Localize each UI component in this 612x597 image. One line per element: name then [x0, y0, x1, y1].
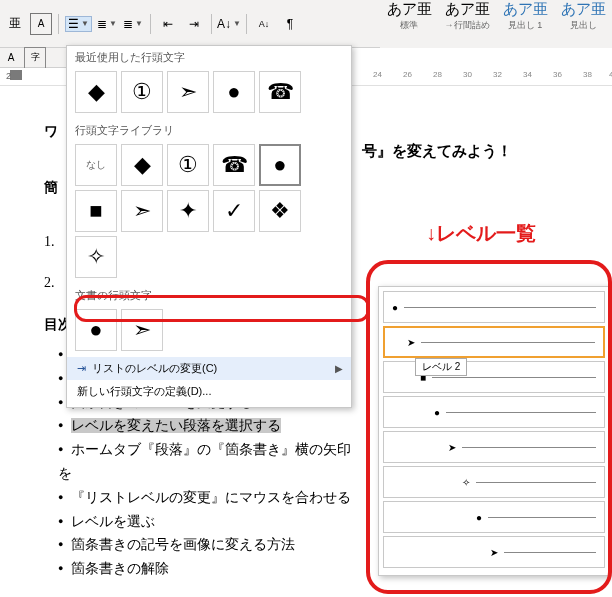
list-item: レベルを選ぶ	[58, 510, 364, 534]
recent-bullets-grid: ◆ ① ➣ ● ☎	[67, 67, 351, 119]
bullet-option[interactable]: ①	[121, 71, 163, 113]
doc-title-right: 号』を変えてみよう！	[362, 142, 512, 161]
numbering-button[interactable]: ≣▼	[96, 13, 118, 35]
menu-label: リストのレベルの変更(C)	[92, 361, 217, 376]
bullet-option[interactable]: ◆	[121, 144, 163, 186]
bullet-option[interactable]: ➣	[167, 71, 209, 113]
bullet-option[interactable]: ✓	[213, 190, 255, 232]
sort-az-button[interactable]: A↓	[253, 13, 275, 35]
multilevel-button[interactable]: ≣▼	[122, 13, 144, 35]
list-item: 箇条書きの解除	[58, 557, 364, 581]
level-marker-icon: ➤	[448, 442, 456, 453]
submenu-arrow-icon: ▶	[335, 363, 343, 374]
increase-indent-button[interactable]: ⇥	[183, 13, 205, 35]
menu-change-list-level[interactable]: ⇥ リストのレベルの変更(C) ▶	[67, 357, 351, 380]
bullet-option-none[interactable]: なし	[75, 144, 117, 186]
annotation-level-list-title: ↓レベル一覧	[426, 220, 536, 247]
level-marker-icon: ●	[392, 302, 398, 313]
level-line	[404, 307, 596, 308]
level-option-6[interactable]: ✧	[383, 466, 605, 498]
menu-label: 新しい行頭文字の定義(D)...	[77, 384, 211, 399]
bullet-option[interactable]: ✦	[167, 190, 209, 232]
style-normal[interactable]: あア亜 標準	[380, 0, 438, 48]
chevron-down-icon: ▼	[81, 19, 89, 28]
styles-gallery: あア亜 標準 あア亜 →行間詰め あア亜 見出し 1 あア亜 見出し	[380, 0, 612, 48]
level-option-7[interactable]: ●	[383, 501, 605, 533]
selected-text[interactable]: レベルを変えたい段落を選択する	[71, 418, 281, 433]
ruler-label-left: 2	[6, 71, 11, 81]
bullet-option[interactable]: ■	[75, 190, 117, 232]
level-marker-icon: ➤	[490, 547, 498, 558]
level-flyout-panel: ●➤レベル 2■●➤✧●➤	[378, 286, 610, 576]
font-color-button[interactable]: A	[0, 47, 22, 69]
bullets-dropdown-button[interactable]: ☰ ▼	[65, 16, 92, 32]
level-marker-icon: ✧	[462, 477, 470, 488]
library-bullets-grid: なし ◆ ① ☎ ● ■ ➣ ✦ ✓ ❖ ✧	[67, 140, 351, 284]
sort-button[interactable]: A↓▼	[218, 13, 240, 35]
level-option-5[interactable]: ➤	[383, 431, 605, 463]
char-border-icon[interactable]: A	[30, 13, 52, 35]
style-nospace[interactable]: あア亜 →行間詰め	[438, 0, 496, 48]
toolbar-row2: A 字	[0, 48, 66, 68]
bullet-option[interactable]: ☎	[213, 144, 255, 186]
bullet-option[interactable]: ✧	[75, 236, 117, 278]
bullet-option[interactable]: ➣	[121, 309, 163, 351]
level-line	[446, 412, 596, 413]
bullet-option[interactable]: ❖	[259, 190, 301, 232]
section-library-label: 行頭文字ライブラリ	[67, 119, 351, 140]
level-option-8[interactable]: ➤	[383, 536, 605, 568]
level-line	[476, 482, 596, 483]
list-item: レベルを変えたい段落を選択する	[58, 414, 364, 438]
bullet-picker-panel: 最近使用した行頭文字 ◆ ① ➣ ● ☎ 行頭文字ライブラリ なし ◆ ① ☎ …	[66, 45, 352, 408]
style-heading1[interactable]: あア亜 見出し 1	[496, 0, 554, 48]
indent-icon: ⇥	[77, 362, 86, 375]
bullet-option[interactable]: ☎	[259, 71, 301, 113]
level-line	[488, 517, 596, 518]
bullet-option[interactable]: ◆	[75, 71, 117, 113]
ruby-icon[interactable]: 亜	[4, 13, 26, 35]
bullet-option-selected[interactable]: ●	[259, 144, 301, 186]
level-option-2[interactable]: ➤レベル 2	[383, 326, 605, 358]
level-line	[504, 552, 596, 553]
section-recent-label: 最近使用した行頭文字	[67, 46, 351, 67]
show-marks-button[interactable]: ¶	[279, 13, 301, 35]
level-line	[421, 342, 595, 343]
bullet-option[interactable]: ●	[75, 309, 117, 351]
level-marker-icon: ➤	[407, 337, 415, 348]
decrease-indent-button[interactable]: ⇤	[157, 13, 179, 35]
level-marker-icon: ●	[476, 512, 482, 523]
level-line	[462, 447, 596, 448]
section-doc-label: 文書の行頭文字	[67, 284, 351, 305]
style-heading2[interactable]: あア亜 見出し	[554, 0, 612, 48]
level-marker-icon: ●	[434, 407, 440, 418]
doc-bullets-grid: ● ➣	[67, 305, 351, 357]
list-item: 箇条書きの記号を画像に変える方法	[58, 533, 364, 557]
level-option-4[interactable]: ●	[383, 396, 605, 428]
bullets-icon: ☰	[68, 17, 79, 31]
enclose-char-button[interactable]: 字	[24, 47, 46, 69]
ruler-indent-marker[interactable]	[10, 70, 22, 80]
list-item: ホームタブ『段落』の『箇条書き』横の矢印を	[58, 438, 364, 486]
menu-define-new-bullet[interactable]: 新しい行頭文字の定義(D)...	[67, 380, 351, 403]
bullet-option[interactable]: ①	[167, 144, 209, 186]
bullet-option[interactable]: ➣	[121, 190, 163, 232]
level-line	[432, 377, 596, 378]
level-option-1[interactable]: ●	[383, 291, 605, 323]
bullet-option[interactable]: ●	[213, 71, 255, 113]
level-tooltip: レベル 2	[415, 358, 467, 376]
list-item: 『リストレベルの変更』にマウスを合わせる	[58, 486, 364, 510]
